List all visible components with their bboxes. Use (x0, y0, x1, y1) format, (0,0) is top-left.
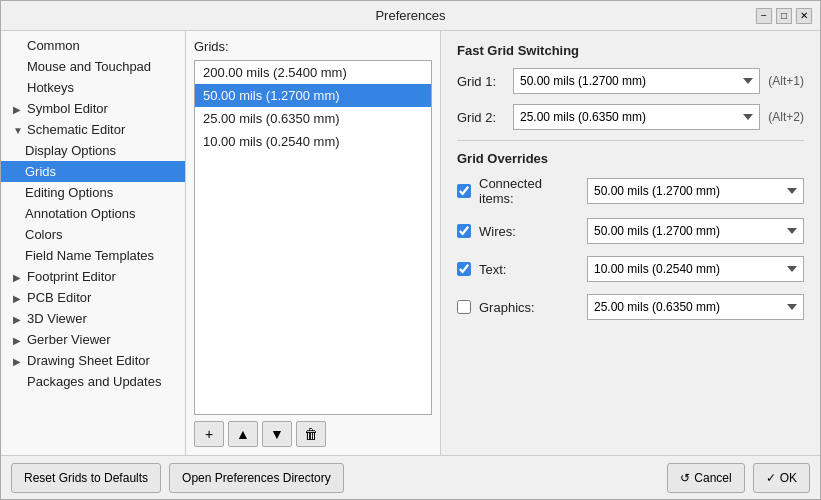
fast-grid-title: Fast Grid Switching (457, 43, 804, 58)
sidebar-item-pcb-editor[interactable]: ▶PCB Editor (1, 287, 185, 308)
grid-list-item[interactable]: 200.00 mils (2.5400 mm) (195, 61, 431, 84)
wires-select[interactable]: 50.00 mils (1.2700 mm) 25.00 mils (0.635… (587, 218, 804, 244)
grid2-shortcut: (Alt+2) (768, 110, 804, 124)
graphics-label: Graphics: (479, 300, 579, 315)
connected-items-label: Connected items: (479, 176, 579, 206)
grid-panel: Grids: 200.00 mils (2.5400 mm)50.00 mils… (186, 31, 441, 455)
move-up-button[interactable]: ▲ (228, 421, 258, 447)
preferences-window: Preferences − □ ✕ Common Mouse and Touch… (0, 0, 821, 500)
ok-icon: ✓ (766, 471, 776, 485)
sidebar-item-label: Grids (25, 164, 56, 179)
grid-list-item[interactable]: 10.00 mils (0.2540 mm) (195, 130, 431, 153)
grid1-label: Grid 1: (457, 74, 505, 89)
sidebar-item-hotkeys[interactable]: Hotkeys (1, 77, 185, 98)
wires-checkbox[interactable] (457, 224, 471, 238)
overrides-title: Grid Overrides (457, 151, 804, 166)
sidebar-item-grids[interactable]: Grids (1, 161, 185, 182)
expand-icon: ▶ (13, 104, 25, 115)
grid-list: 200.00 mils (2.5400 mm)50.00 mils (1.270… (194, 60, 432, 415)
sidebar-item-3d-viewer[interactable]: ▶3D Viewer (1, 308, 185, 329)
sidebar-item-label: Drawing Sheet Editor (27, 353, 150, 368)
text-checkbox[interactable] (457, 262, 471, 276)
delete-grid-button[interactable]: 🗑 (296, 421, 326, 447)
grid-list-item[interactable]: 25.00 mils (0.6350 mm) (195, 107, 431, 130)
sidebar-item-label: Symbol Editor (27, 101, 108, 116)
sidebar-item-gerber-viewer[interactable]: ▶Gerber Viewer (1, 329, 185, 350)
sidebar-item-label: Packages and Updates (27, 374, 161, 389)
ok-button[interactable]: ✓ OK (753, 463, 810, 493)
sidebar-item-label: Colors (25, 227, 63, 242)
reset-grids-button[interactable]: Reset Grids to Defaults (11, 463, 161, 493)
grid2-label: Grid 2: (457, 110, 505, 125)
grid2-select[interactable]: 25.00 mils (0.6350 mm) 50.00 mils (1.270… (513, 104, 760, 130)
cancel-label: Cancel (694, 471, 731, 485)
expand-icon: ▶ (13, 272, 25, 283)
sidebar-item-common[interactable]: Common (1, 35, 185, 56)
sidebar-item-label: Common (27, 38, 80, 53)
right-panel: Fast Grid Switching Grid 1: 50.00 mils (… (441, 31, 820, 455)
sidebar-item-drawing-sheet-editor[interactable]: ▶Drawing Sheet Editor (1, 350, 185, 371)
grid-toolbar: + ▲ ▼ 🗑 (194, 421, 432, 447)
main-content: Common Mouse and Touchpad Hotkeys▶Symbol… (1, 31, 820, 455)
sidebar-item-label: Field Name Templates (25, 248, 154, 263)
expand-icon: ▶ (13, 356, 25, 367)
expand-icon: ▶ (13, 293, 25, 304)
open-prefs-button[interactable]: Open Preferences Directory (169, 463, 344, 493)
override-connected-row: Connected items: 50.00 mils (1.2700 mm) … (457, 176, 804, 206)
cancel-icon: ↺ (680, 471, 690, 485)
sidebar-item-display-options[interactable]: Display Options (1, 140, 185, 161)
sidebar-item-label: Footprint Editor (27, 269, 116, 284)
sidebar-item-mouse-touchpad[interactable]: Mouse and Touchpad (1, 56, 185, 77)
divider (457, 140, 804, 141)
add-grid-button[interactable]: + (194, 421, 224, 447)
sidebar-item-label: Display Options (25, 143, 116, 158)
move-down-button[interactable]: ▼ (262, 421, 292, 447)
sidebar: Common Mouse and Touchpad Hotkeys▶Symbol… (1, 31, 186, 455)
sidebar-item-label: Schematic Editor (27, 122, 125, 137)
bottom-left: Reset Grids to Defaults Open Preferences… (11, 463, 344, 493)
close-button[interactable]: ✕ (796, 8, 812, 24)
bottom-bar: Reset Grids to Defaults Open Preferences… (1, 455, 820, 499)
sidebar-item-schematic-editor[interactable]: ▼Schematic Editor (1, 119, 185, 140)
sidebar-item-colors[interactable]: Colors (1, 224, 185, 245)
graphics-checkbox[interactable] (457, 300, 471, 314)
sidebar-item-label: Annotation Options (25, 206, 136, 221)
text-select[interactable]: 10.00 mils (0.2540 mm) 25.00 mils (0.635… (587, 256, 804, 282)
override-wires-row: Wires: 50.00 mils (1.2700 mm) 25.00 mils… (457, 218, 804, 244)
grid2-row: Grid 2: 25.00 mils (0.6350 mm) 50.00 mil… (457, 104, 804, 130)
window-title: Preferences (375, 8, 445, 23)
minimize-button[interactable]: − (756, 8, 772, 24)
sidebar-item-symbol-editor[interactable]: ▶Symbol Editor (1, 98, 185, 119)
window-controls: − □ ✕ (756, 8, 812, 24)
expand-icon: ▼ (13, 125, 25, 136)
maximize-button[interactable]: □ (776, 8, 792, 24)
sidebar-item-annotation-options[interactable]: Annotation Options (1, 203, 185, 224)
ok-label: OK (780, 471, 797, 485)
graphics-select[interactable]: 25.00 mils (0.6350 mm) 50.00 mils (1.270… (587, 294, 804, 320)
override-text-row: Text: 10.00 mils (0.2540 mm) 25.00 mils … (457, 256, 804, 282)
text-label: Text: (479, 262, 579, 277)
titlebar: Preferences − □ ✕ (1, 1, 820, 31)
sidebar-item-label: Editing Options (25, 185, 113, 200)
sidebar-item-label: 3D Viewer (27, 311, 87, 326)
sidebar-item-packages-updates[interactable]: Packages and Updates (1, 371, 185, 392)
cancel-button[interactable]: ↺ Cancel (667, 463, 744, 493)
sidebar-item-label: PCB Editor (27, 290, 91, 305)
connected-items-select[interactable]: 50.00 mils (1.2700 mm) 25.00 mils (0.635… (587, 178, 804, 204)
expand-icon: ▶ (13, 335, 25, 346)
override-graphics-row: Graphics: 25.00 mils (0.6350 mm) 50.00 m… (457, 294, 804, 320)
grid1-select[interactable]: 50.00 mils (1.2700 mm) 25.00 mils (0.635… (513, 68, 760, 94)
sidebar-item-label: Gerber Viewer (27, 332, 111, 347)
wires-label: Wires: (479, 224, 579, 239)
sidebar-item-footprint-editor[interactable]: ▶Footprint Editor (1, 266, 185, 287)
bottom-right: ↺ Cancel ✓ OK (667, 463, 810, 493)
connected-items-checkbox[interactable] (457, 184, 471, 198)
expand-icon: ▶ (13, 314, 25, 325)
sidebar-item-field-name-templates[interactable]: Field Name Templates (1, 245, 185, 266)
grid1-row: Grid 1: 50.00 mils (1.2700 mm) 25.00 mil… (457, 68, 804, 94)
grid-list-item[interactable]: 50.00 mils (1.2700 mm) (195, 84, 431, 107)
sidebar-item-label: Hotkeys (27, 80, 74, 95)
sidebar-item-editing-options[interactable]: Editing Options (1, 182, 185, 203)
grid1-shortcut: (Alt+1) (768, 74, 804, 88)
sidebar-item-label: Mouse and Touchpad (27, 59, 151, 74)
